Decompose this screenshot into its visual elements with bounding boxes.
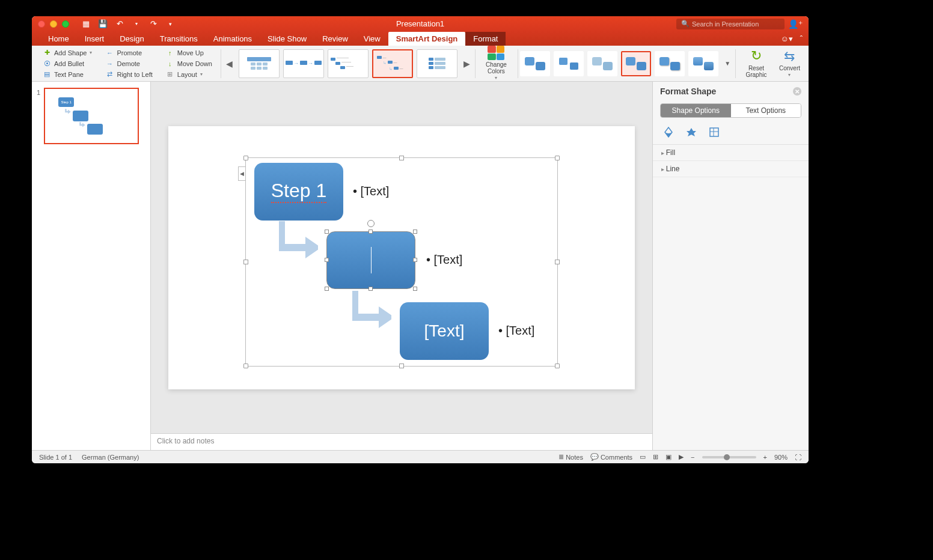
file-menu-icon[interactable]: ▦ — [81, 19, 91, 29]
layout-option-5[interactable] — [417, 49, 457, 78]
text-pane-toggle[interactable]: ◀ — [238, 166, 245, 181]
smartart-step-1[interactable]: Step 1 — [254, 163, 343, 221]
style-option-5[interactable] — [655, 51, 685, 76]
sorter-view-icon[interactable]: ⊞ — [653, 453, 658, 461]
shape-options-tab[interactable]: Shape Options — [661, 104, 731, 117]
tab-design[interactable]: Design — [112, 32, 151, 46]
smartart-bullet-3[interactable]: • [Text] — [498, 324, 534, 338]
collapse-ribbon-icon[interactable]: ˆ — [800, 34, 803, 43]
smartart-container[interactable]: ◀ Step 1 — [245, 157, 558, 367]
zoom-slider[interactable] — [702, 456, 756, 458]
resize-handle-bl[interactable] — [243, 364, 248, 368]
shape-handle[interactable] — [325, 258, 329, 262]
change-colors-button[interactable]: Change Colors ▾ — [477, 46, 515, 81]
move-down-button[interactable]: ↓Move Down — [164, 59, 215, 68]
resize-handle-tl[interactable] — [243, 156, 248, 160]
resize-handle-tr[interactable] — [555, 156, 560, 160]
shape-handle[interactable] — [413, 287, 417, 291]
tab-view[interactable]: View — [356, 32, 388, 46]
share-icon[interactable]: 👤⁺ — [788, 19, 803, 29]
undo-icon[interactable]: ↶ — [115, 19, 124, 29]
search-box[interactable]: 🔍 — [676, 19, 785, 29]
style-more-icon[interactable]: ▼ — [722, 60, 733, 67]
maximize-window-button[interactable] — [62, 20, 69, 28]
notes-toggle[interactable]: ≣ Notes — [558, 453, 583, 461]
rotate-handle[interactable] — [367, 220, 375, 227]
convert-button[interactable]: ⇆ Convert ▾ — [775, 48, 804, 79]
zoom-out-icon[interactable]: − — [691, 454, 694, 461]
close-window-button[interactable] — [38, 20, 45, 28]
zoom-percent[interactable]: 90% — [774, 454, 788, 461]
shape-handle[interactable] — [413, 230, 417, 234]
layout-button[interactable]: ⊞Layout ▾ — [164, 70, 215, 79]
style-option-1[interactable] — [520, 51, 550, 76]
add-bullet-button[interactable]: ⦿Add Bullet — [40, 59, 94, 68]
minimize-window-button[interactable] — [50, 20, 57, 28]
reset-graphic-button[interactable]: ↻ Reset Graphic — [738, 47, 774, 79]
normal-view-icon[interactable]: ▭ — [640, 453, 646, 461]
slideshow-view-icon[interactable]: ▶ — [679, 453, 684, 461]
search-input[interactable] — [692, 20, 780, 28]
resize-handle-mr[interactable] — [555, 260, 560, 264]
undo-dropdown-icon[interactable]: ▾ — [132, 19, 141, 29]
line-section[interactable]: Line — [653, 161, 809, 177]
tab-review[interactable]: Review — [314, 32, 356, 46]
feedback-icon[interactable]: ☺▾ — [780, 34, 792, 43]
rtl-button[interactable]: ⇄Right to Left — [103, 70, 154, 79]
shape-handle[interactable] — [325, 230, 329, 234]
size-properties-icon[interactable] — [708, 126, 720, 138]
comments-toggle[interactable]: 💬 Comments — [590, 453, 632, 461]
layout-next-icon[interactable]: ▶ — [461, 59, 473, 68]
resize-handle-ml[interactable] — [243, 260, 248, 264]
notes-placeholder[interactable]: Click to add notes — [151, 433, 652, 450]
layout-option-1[interactable] — [239, 49, 280, 78]
layout-option-3[interactable] — [328, 49, 369, 78]
slide-counter[interactable]: Slide 1 of 1 — [39, 454, 72, 461]
tab-home[interactable]: Home — [40, 32, 77, 46]
resize-handle-tm[interactable] — [399, 156, 404, 160]
style-option-4[interactable] — [621, 51, 651, 76]
smartart-bullet-1[interactable]: • [Text] — [353, 184, 389, 198]
smartart-bullet-2[interactable]: • [Text] — [426, 253, 462, 267]
tab-transitions[interactable]: Transitions — [152, 32, 206, 46]
resize-handle-br[interactable] — [555, 364, 560, 368]
tab-animations[interactable]: Animations — [206, 32, 260, 46]
shape-handle[interactable] — [369, 287, 373, 291]
close-panel-icon[interactable]: ✕ — [793, 87, 801, 96]
zoom-in-icon[interactable]: + — [763, 454, 767, 461]
tab-insert[interactable]: Insert — [77, 32, 112, 46]
slide-thumbnail-1[interactable]: Step 1 — [44, 88, 139, 144]
text-options-tab[interactable]: Text Options — [731, 104, 801, 117]
shape-handle[interactable] — [325, 287, 329, 291]
language-indicator[interactable]: German (Germany) — [82, 454, 139, 461]
promote-button[interactable]: ←Promote — [103, 48, 154, 58]
save-icon[interactable]: 💾 — [98, 19, 108, 29]
fit-to-window-icon[interactable]: ⛶ — [795, 454, 801, 461]
demote-button[interactable]: →Demote — [103, 59, 154, 68]
style-option-2[interactable] — [554, 51, 584, 76]
effects-icon[interactable] — [685, 126, 697, 138]
tab-slideshow[interactable]: Slide Show — [260, 32, 314, 46]
style-option-3[interactable] — [587, 51, 617, 76]
style-option-6[interactable] — [688, 51, 718, 76]
redo-icon[interactable]: ↷ — [148, 19, 158, 29]
fill-line-icon[interactable] — [662, 126, 675, 138]
shape-handle[interactable] — [369, 230, 373, 234]
reading-view-icon[interactable]: ▣ — [665, 453, 671, 461]
text-pane-button[interactable]: ▤Text Pane — [40, 70, 94, 79]
add-shape-button[interactable]: ✚Add Shape ▾ — [40, 48, 94, 58]
resize-handle-bm[interactable] — [399, 364, 404, 368]
move-up-button[interactable]: ↑Move Up — [164, 48, 215, 58]
convert-icon: ⇆ — [784, 49, 795, 64]
fill-section[interactable]: Fill — [653, 145, 809, 161]
slide-canvas[interactable]: ◀ Step 1 — [168, 126, 635, 389]
tab-format[interactable]: Format — [465, 32, 506, 46]
smartart-step-2[interactable] — [326, 231, 415, 289]
layout-prev-icon[interactable]: ◀ — [224, 59, 235, 68]
smartart-step-3[interactable]: [Text] — [400, 302, 489, 360]
qat-customize-icon[interactable]: ▾ — [165, 19, 175, 29]
shape-handle[interactable] — [413, 258, 417, 262]
layout-option-4[interactable]: —↳—↳— — [372, 49, 413, 78]
layout-option-2[interactable]: →→ — [283, 49, 324, 78]
tab-smartart-design[interactable]: SmartArt Design — [388, 32, 466, 46]
